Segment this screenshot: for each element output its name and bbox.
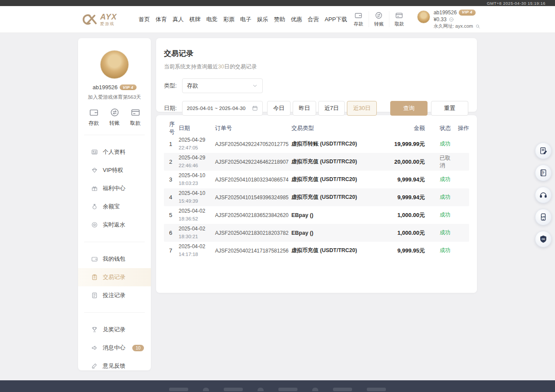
question-book-icon: ?: [539, 168, 548, 177]
header-quick-action[interactable]: 取款: [389, 11, 409, 27]
table-header-row: 序号 日期 订单号 交易类型 金额 状态 操作: [164, 121, 469, 135]
avatar[interactable]: [100, 50, 129, 79]
sidebar-quick-actions: 存款 转账 取款: [78, 107, 151, 127]
quick-date-button[interactable]: 今日: [267, 101, 291, 116]
nav-item[interactable]: 彩票: [223, 16, 235, 23]
nav-item[interactable]: 电子: [240, 16, 251, 23]
cell-transaction-type: 虚拟币充值 (USDT/TRC20): [291, 194, 376, 201]
bet-record-icon: [91, 292, 98, 299]
sidebar-item[interactable]: VIP特权: [78, 161, 151, 179]
bank-card-icon: [131, 107, 140, 117]
sidebar-item[interactable]: 我的钱包: [78, 250, 151, 268]
cell-index: 6: [164, 230, 179, 236]
cell-transaction-type: 虚拟币充值 (USDT/TRC20): [291, 176, 376, 183]
cell-amount: 9,999.94元: [376, 194, 425, 201]
quick-date-button[interactable]: 昨日: [293, 101, 316, 116]
quick-date-buttons: 今日 昨日 近7日 近30日: [267, 101, 377, 116]
wallet-icon: [89, 107, 99, 117]
type-select[interactable]: 存款: [182, 78, 263, 93]
logo-mark: [80, 13, 98, 26]
float-button[interactable]: [535, 143, 552, 159]
sidebar-item[interactable]: 交易记录: [78, 268, 151, 286]
user-box: ab199526 VIP 4 ¥0.33 永久网址: ayx.com: [417, 10, 480, 29]
cell-amount: 20,000.00元: [376, 158, 425, 166]
sidebar-menu-group-2: 我的钱包 交易记录 投注记录: [78, 250, 151, 305]
sidebar-item[interactable]: 意见反馈: [78, 357, 151, 375]
nav-item[interactable]: 棋牌: [189, 16, 201, 23]
main-nav: 首页体育真人棋牌电竞彩票电子娱乐赞助优惠合营APP下载: [139, 16, 347, 23]
quick-date-button[interactable]: 近30日: [347, 101, 376, 116]
header-quick-action[interactable]: 存款: [349, 11, 369, 27]
cell-index: 4: [164, 194, 179, 201]
sidebar-quick-action[interactable]: 转账: [109, 107, 120, 127]
sidebar-menu-group-1: 个人资料 VIP特权 福利中心: [78, 143, 151, 234]
sidebar-item[interactable]: 福利中心: [78, 179, 151, 198]
date-range-value: 2025-04-01 ~ 2025-04-30: [187, 106, 245, 111]
sidebar-item[interactable]: 投注记录: [78, 286, 151, 305]
nav-item[interactable]: APP下载: [325, 16, 347, 23]
wallet-icon: [91, 256, 98, 262]
nav-item[interactable]: 真人: [173, 16, 184, 23]
avatar[interactable]: [417, 10, 430, 23]
nav-item[interactable]: 首页: [139, 16, 150, 23]
cell-status: 成功: [425, 229, 455, 236]
refresh-balance-icon[interactable]: [449, 17, 454, 22]
sidebar-item[interactable]: 消息中心 10: [78, 339, 151, 357]
balance: ¥0.33: [434, 16, 447, 23]
sidebar: ab199526 VIP 4 加入爱游戏体育第563天 存款 转账: [78, 38, 151, 370]
col-header-date: 日期: [179, 124, 215, 133]
float-button[interactable]: [535, 187, 552, 203]
transactions-table: 序号 日期 订单号 交易类型 金额 状态 操作 1 2025-04-29: [156, 115, 477, 293]
cell-amount: 1,000.00元: [376, 211, 425, 219]
sidebar-item[interactable]: 实时返水: [78, 216, 151, 234]
sidebar-item[interactable]: 兑奖记录: [78, 321, 151, 339]
sidebar-item[interactable]: 余额宝: [78, 198, 151, 216]
query-button[interactable]: 查询: [390, 101, 428, 116]
server-time: GMT+8 2025-04-30 15:19:16: [487, 1, 545, 6]
transfer-icon: [375, 11, 383, 19]
float-button[interactable]: APP: [535, 209, 552, 225]
nav-item[interactable]: 电竞: [206, 16, 218, 23]
logo-subtext: 爱游戏: [100, 22, 117, 26]
headset-icon: [539, 191, 548, 199]
nav-item[interactable]: 赞助: [274, 16, 285, 23]
calendar-icon: [252, 105, 258, 111]
float-button[interactable]: OK: [535, 231, 552, 247]
table-row: 1 2025-04-29 22:47:05 AJSF20250429224705…: [164, 135, 469, 153]
svg-text:OK: OK: [542, 238, 545, 240]
nav-item[interactable]: 娱乐: [257, 16, 268, 23]
transfer-icon: [110, 107, 120, 117]
svg-text:APP: APP: [541, 216, 546, 218]
cell-transaction-type: 虚拟币充值 (USDT/TRC20): [291, 158, 376, 165]
date-range-input[interactable]: 2025-04-01 ~ 2025-04-30: [182, 101, 263, 116]
site-logo[interactable]: AYX 爱游戏: [80, 13, 117, 26]
header-quick-actions: 存款 转账 取款: [349, 11, 409, 27]
divider: [84, 312, 145, 313]
float-button[interactable]: ?: [535, 165, 552, 181]
logo-text: AYX: [100, 13, 117, 21]
header: AYX 爱游戏 首页体育真人棋牌电竞彩票电子娱乐赞助优惠合营APP下载 存款 转…: [0, 6, 555, 33]
cell-index: 2: [164, 159, 179, 165]
sidebar-quick-action[interactable]: 取款: [130, 107, 140, 127]
page: GMT+8 2025-04-30 15:19:16 AYX 爱游戏 首页体育真人…: [0, 0, 555, 392]
transaction-icon: [91, 274, 98, 281]
type-label: 类型:: [164, 82, 182, 90]
quick-date-button[interactable]: 近7日: [318, 101, 345, 116]
sidebar-quick-action[interactable]: 存款: [88, 107, 99, 127]
main-content: 交易记录 当前系统支持查询最近30日的交易记录 类型: 存款 日期: 2025-…: [156, 38, 477, 293]
search-icon[interactable]: [475, 24, 480, 29]
reset-button[interactable]: 重置: [431, 101, 468, 116]
nav-item[interactable]: 合营: [308, 16, 319, 23]
cell-status: 成功: [425, 140, 455, 148]
type-select-value: 存款: [187, 82, 198, 90]
ok-shield-icon: OK: [539, 235, 548, 243]
nav-item[interactable]: 优惠: [291, 16, 302, 23]
unread-badge: 10: [132, 345, 144, 351]
cell-index: 1: [164, 141, 179, 147]
cell-amount: 9,999.94元: [376, 176, 425, 184]
username: ab199526: [434, 10, 457, 16]
header-quick-action[interactable]: 转账: [369, 11, 389, 27]
cell-date: 2025-04-02 18:36:52: [179, 207, 215, 222]
sidebar-item[interactable]: 个人资料: [78, 143, 151, 161]
nav-item[interactable]: 体育: [156, 16, 167, 23]
